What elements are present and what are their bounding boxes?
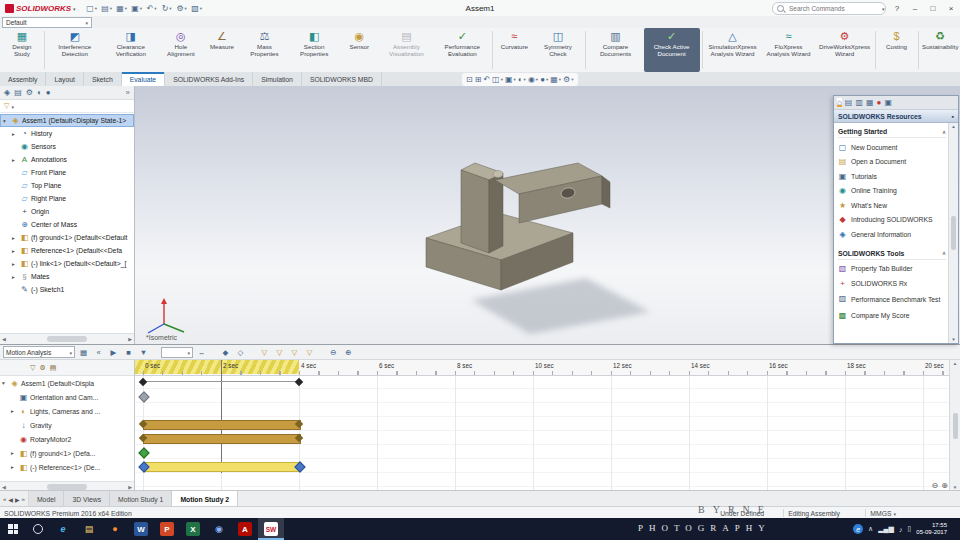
expander-icon[interactable] — [12, 131, 18, 137]
interference-detection-button[interactable]: ◩Interference Detection — [47, 28, 103, 72]
symmetry-check-button[interactable]: ◫Symmetry Check — [533, 28, 582, 72]
taskbar-icon-acrobat[interactable]: A — [232, 518, 258, 540]
playback-speed-select[interactable] — [161, 347, 193, 358]
displaymanager-tab-icon[interactable]: ● — [46, 88, 51, 97]
filter-icon[interactable]: ▽ — [4, 102, 9, 110]
motion-row-assembly-root[interactable]: ◈Assem1 (Default<Displa — [0, 376, 134, 390]
file-explorer-tab-icon[interactable]: ▥ — [855, 98, 863, 107]
expander-icon[interactable] — [11, 464, 17, 470]
expander-icon[interactable] — [12, 157, 18, 163]
taskpane-item-whats-new[interactable]: ★What's New — [838, 198, 946, 213]
minimize-button[interactable]: – — [906, 0, 924, 16]
edit-appearance-icon[interactable]: ● — [540, 75, 548, 84]
taskpane-item-introducing-solidworks[interactable]: ◆Introducing SOLIDWORKS — [838, 213, 946, 228]
motion-row-orientation-camera[interactable]: ▣Orientation and Cam... — [0, 390, 134, 404]
tree-item-origin[interactable]: +Origin — [0, 205, 134, 218]
start-button[interactable] — [0, 518, 26, 540]
previous-tab-icon[interactable]: ◀ — [8, 496, 13, 503]
tab-sketch[interactable]: Sketch — [84, 72, 122, 86]
tree-item-history[interactable]: ◔History — [0, 127, 134, 140]
taskpane-item-tutorials[interactable]: ▣Tutorials — [838, 169, 946, 184]
timeline-bar-gravity[interactable] — [143, 420, 301, 430]
tab-layout[interactable]: Layout — [46, 72, 83, 86]
tab-solidworks-mbd[interactable]: SOLIDWORKS MBD — [302, 72, 382, 86]
simulationxpress-wizard-button[interactable]: △SimulationXpress Analysis Wizard — [705, 28, 761, 72]
sensor-button[interactable]: ◉Sensor — [340, 28, 378, 72]
expander-icon[interactable] — [12, 261, 18, 267]
costing-button[interactable]: $Costing — [878, 28, 916, 72]
tab-model[interactable]: Model — [29, 491, 65, 507]
tab-evaluate[interactable]: Evaluate — [122, 72, 165, 86]
calculate-motion-icon[interactable]: ▦ — [77, 347, 90, 358]
taskpane-item-property-tab-builder[interactable]: ▧Property Tab Builder — [838, 262, 946, 277]
print-button[interactable]: ▣ — [130, 2, 144, 14]
featuremanager-tab-icon[interactable]: ◈ — [4, 88, 10, 97]
view-palette-tab-icon[interactable]: ▦ — [866, 98, 874, 107]
filter-selected-icon[interactable]: ▽ — [288, 347, 301, 358]
motion-filter-icon[interactable]: ▽ — [30, 364, 35, 372]
tree-item-sketch1[interactable]: ✎(-) Sketch1 — [0, 283, 134, 296]
timescale-zoom-in-icon[interactable]: ⊕ — [941, 481, 948, 490]
driveworksxpress-wizard-button[interactable]: ⚙DriveWorksXpress Wizard — [817, 28, 873, 72]
file-properties-button[interactable]: ▧ — [190, 2, 204, 14]
performance-evaluation-button[interactable]: ✓Performance Evaluation — [434, 28, 490, 72]
motion-row-ground-component[interactable]: ◧(f) ground<1> (Defa... — [0, 446, 134, 460]
tree-item-reference-component[interactable]: ◧Reference<1> (Default<<Defa — [0, 244, 134, 257]
taskbar-icon-word[interactable]: W — [128, 518, 154, 540]
motion-options-icon[interactable]: ⚙ — [39, 364, 45, 372]
tray-browser-icon[interactable]: e — [853, 524, 863, 534]
motion-row-lights-cameras[interactable]: ◐Lights, Cameras and ... — [0, 404, 134, 418]
scrollbar-thumb[interactable] — [47, 336, 87, 342]
pin-icon[interactable]: ▪ — [952, 113, 954, 120]
filter-results-icon[interactable]: ▽ — [303, 347, 316, 358]
save-button[interactable]: ▦ — [115, 2, 129, 14]
last-tab-icon[interactable]: » — [22, 496, 25, 502]
timeline-bar-reference[interactable] — [143, 462, 301, 472]
tree-item-sensors[interactable]: ◉Sensors — [0, 140, 134, 153]
hole-alignment-button[interactable]: ◎Hole Alignment — [159, 28, 203, 72]
tree-item-front-plane[interactable]: ▱Front Plane — [0, 166, 134, 179]
motion-list-icon[interactable]: ▤ — [50, 364, 57, 372]
network-icon[interactable]: ▂▄▆ — [878, 525, 894, 533]
expander-icon[interactable] — [12, 235, 18, 241]
motion-row-reference-component[interactable]: ◧(-) Reference<1> (De... — [0, 460, 134, 474]
sustainability-button[interactable]: ♻Sustainability — [921, 28, 960, 72]
mass-properties-button[interactable]: ⚖Mass Properties — [241, 28, 288, 72]
taskbar-icon-file-explorer[interactable]: ▤ — [76, 518, 102, 540]
filter-animation-icon[interactable]: ▽ — [258, 347, 271, 358]
tab-3d-views[interactable]: 3D Views — [64, 491, 110, 507]
search-input[interactable] — [787, 4, 879, 13]
view-settings-icon[interactable]: ⚙ — [563, 75, 573, 84]
measure-button[interactable]: ∠Measure — [203, 28, 241, 72]
first-tab-icon[interactable]: « — [3, 496, 6, 502]
taskbar-icon-firefox[interactable]: ● — [102, 518, 128, 540]
curvature-button[interactable]: ≈Curvature — [495, 28, 533, 72]
taskbar-icon-solidworks[interactable]: SW — [258, 518, 284, 540]
check-active-document-button[interactable]: ✓Check Active Document — [644, 28, 700, 72]
expander-icon[interactable] — [11, 408, 17, 414]
motion-row-gravity[interactable]: ↓Gravity — [0, 418, 134, 432]
cortana-search-button[interactable] — [26, 518, 50, 540]
task-pane-scrollbar[interactable]: ▲▼ — [948, 123, 958, 343]
taskpane-item-open-document[interactable]: ▤Open a Document — [838, 155, 946, 170]
design-study-button[interactable]: ▦Design Study — [2, 28, 42, 72]
volume-icon[interactable]: ♪ — [899, 526, 903, 533]
stop-icon[interactable]: ■ — [122, 347, 135, 358]
floxpress-wizard-button[interactable]: ≈FloXpress Analysis Wizard — [761, 28, 817, 72]
solidworks-logo[interactable]: SOLIDWORKS — [0, 4, 81, 13]
view-orientation-icon[interactable]: ▣ — [505, 75, 516, 84]
dimxpertmanager-tab-icon[interactable]: ◐ — [37, 88, 42, 97]
section-getting-started[interactable]: Getting Started — [838, 128, 946, 138]
motion-timeline[interactable]: 0 sec 2 sec 4 sec 6 sec 8 sec 10 sec 12 … — [135, 360, 960, 491]
tray-chevron-icon[interactable]: ∧ — [868, 525, 873, 533]
configurationmanager-tab-icon[interactable]: ⚙ — [26, 88, 33, 97]
tab-solidworks-add-ins[interactable]: SOLIDWORKS Add-Ins — [165, 72, 253, 86]
previous-view-icon[interactable]: ↶ — [483, 75, 490, 84]
undo-button[interactable]: ↶ — [145, 2, 159, 14]
display-style-icon[interactable]: ◐ — [518, 75, 526, 84]
battery-icon[interactable]: ▯ — [907, 525, 911, 533]
solidworks-resources-tab-icon[interactable]: ⌂ — [837, 98, 842, 107]
configuration-select[interactable]: Default — [2, 17, 92, 28]
help-button[interactable]: ? — [890, 2, 904, 14]
options-button[interactable]: ⚙ — [175, 2, 189, 14]
